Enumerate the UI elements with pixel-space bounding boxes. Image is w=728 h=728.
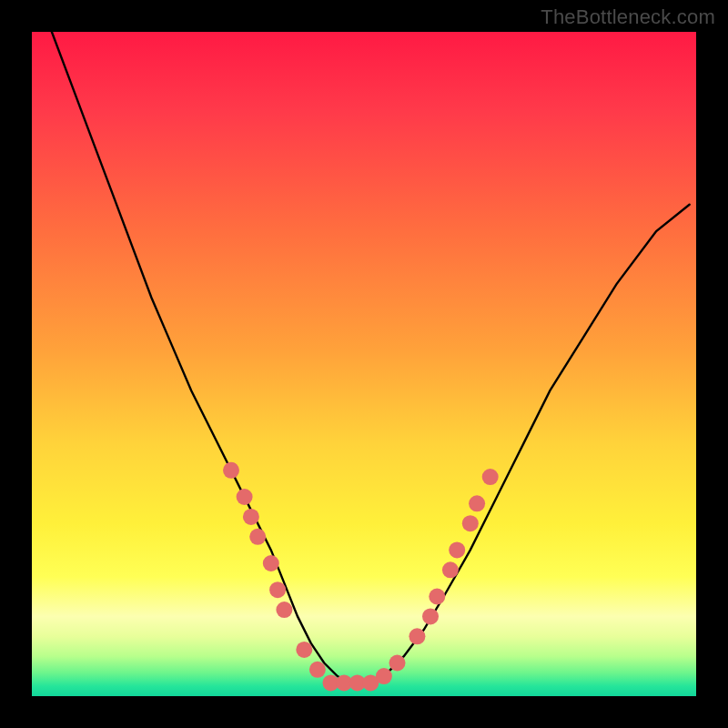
- data-point: [269, 581, 286, 598]
- data-point: [276, 602, 292, 618]
- curve-layer: [32, 32, 696, 696]
- chart-frame: TheBottleneck.com: [0, 0, 728, 728]
- data-point: [249, 529, 266, 545]
- data-point: [442, 561, 459, 578]
- data-point: [223, 462, 239, 479]
- data-point: [296, 642, 312, 658]
- data-point: [449, 541, 465, 558]
- data-point: [422, 608, 439, 624]
- data-point: [263, 555, 279, 571]
- data-point: [482, 469, 499, 485]
- data-points-group: [223, 462, 499, 692]
- data-point: [389, 655, 406, 672]
- plot-area: [32, 32, 696, 696]
- data-point: [462, 515, 479, 531]
- data-point: [376, 668, 392, 684]
- watermark-text: TheBottleneck.com: [541, 5, 715, 29]
- data-point: [469, 495, 485, 511]
- bottleneck-curve: [52, 32, 690, 682]
- data-point: [243, 509, 259, 525]
- data-point: [429, 589, 445, 605]
- data-point: [237, 489, 253, 505]
- data-point: [409, 628, 425, 644]
- data-point: [309, 662, 326, 678]
